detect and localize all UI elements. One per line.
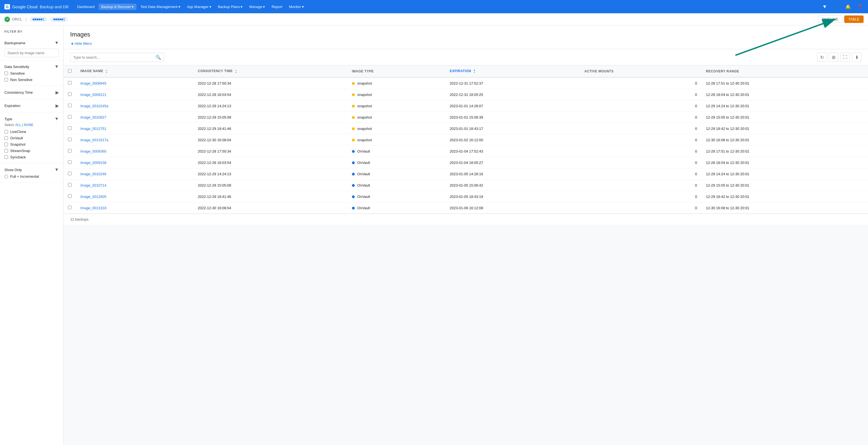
row-checkbox-cell xyxy=(64,202,76,214)
consistency-time-sort-icon[interactable]: ▲▼ xyxy=(235,69,237,74)
row-checkbox-7[interactable] xyxy=(68,160,71,164)
non-sensitive-option[interactable]: Non Sensitive xyxy=(4,77,59,83)
table-toggle-button[interactable]: TABLE xyxy=(844,16,864,23)
row-checkbox-0[interactable] xyxy=(68,81,71,85)
google-cloud-logo: G xyxy=(4,4,10,9)
image-name-header-label: IMAGE NAME xyxy=(81,69,103,73)
columns-button[interactable]: ⊞ xyxy=(829,53,838,62)
streamsnap-option[interactable]: StreamSnap xyxy=(4,148,59,154)
help-icon[interactable]: ❓ xyxy=(856,3,864,10)
notifications-icon[interactable]: 🔔 xyxy=(844,3,852,10)
syncback-checkbox[interactable] xyxy=(4,155,8,159)
row-image-name: Image_0008360 xyxy=(76,146,193,157)
images-table: IMAGE NAME ▲▼ CONSISTENCY TIME ▲▼ xyxy=(64,65,868,214)
nav-test-data[interactable]: Test Data Management ▾ xyxy=(137,4,183,10)
row-checkbox-11[interactable] xyxy=(68,206,71,209)
row-image-type-label: OnVault xyxy=(357,160,370,165)
show-only-header[interactable]: Show Only ▼ xyxy=(4,166,59,173)
org-logo: ✓ xyxy=(4,17,10,22)
row-checkbox-4[interactable] xyxy=(68,126,71,130)
nav-app-manager[interactable]: App Manager ▾ xyxy=(184,4,214,10)
non-sensitive-checkbox[interactable] xyxy=(4,78,8,82)
nav-report[interactable]: Report xyxy=(269,4,285,10)
row-checkbox-cell xyxy=(64,89,76,100)
select-all-column xyxy=(64,65,76,78)
row-active-mounts: 0 xyxy=(580,168,702,180)
type-dot-icon xyxy=(352,105,355,108)
onvault-option[interactable]: OnVault xyxy=(4,135,59,141)
user-icon[interactable]: 👤 xyxy=(832,2,840,11)
row-active-mounts: 0 xyxy=(580,100,702,112)
row-checkbox-3[interactable] xyxy=(68,115,71,119)
backupname-search-input[interactable] xyxy=(4,49,59,57)
table-row: Image_0013318 2022-12-30 16:08:04 OnVaul… xyxy=(64,202,868,214)
breadcrumb-left: ✓ ORCL | ■■■■■1 ■■■■■1 xyxy=(4,17,68,22)
table-row: Image_0012751 2022-12-29 18:41:46 snapsh… xyxy=(64,123,868,134)
row-image-name: Image_0010246 xyxy=(76,168,193,180)
type-dot-icon xyxy=(352,150,355,153)
fullscreen-button[interactable]: ⛶ xyxy=(840,53,850,62)
page-title: Images xyxy=(70,31,861,38)
row-active-mounts: 0 xyxy=(580,146,702,157)
snapshot-checkbox[interactable] xyxy=(4,143,8,146)
expiration-sort-icon[interactable]: ▲▼ xyxy=(473,69,475,74)
consistency-time-header[interactable]: Consistency Time ▶ xyxy=(4,89,59,96)
select-all-checkbox[interactable] xyxy=(68,69,71,73)
expiration-column-header: EXPIRATION ▲▼ xyxy=(445,65,580,78)
row-image-name: Image_0012751 xyxy=(76,123,193,134)
consistency-time-label: Consistency Time xyxy=(4,90,33,94)
expiration-label: Expiration xyxy=(4,103,21,108)
full-incremental-radio[interactable] xyxy=(4,175,8,178)
streamsnap-checkbox[interactable] xyxy=(4,149,8,153)
image-name-sort-icon[interactable]: ▲▼ xyxy=(105,69,108,74)
sensitive-option[interactable]: Sensitive xyxy=(4,70,59,77)
row-image-type: OnVault xyxy=(347,180,445,191)
table-search-input[interactable] xyxy=(73,55,153,59)
type-select-all[interactable]: ALL xyxy=(15,123,21,127)
liveclone-checkbox[interactable] xyxy=(4,130,8,134)
table-header-row: IMAGE NAME ▲▼ CONSISTENCY TIME ▲▼ xyxy=(64,65,868,78)
data-sensitivity-header[interactable]: Data Sensitivity ▼ xyxy=(4,63,59,70)
nav-backup-recover[interactable]: Backup & Recover ▾ xyxy=(99,4,137,10)
row-expiration: 2023-01-01 15:06:39 xyxy=(445,112,580,123)
syncback-option[interactable]: Syncback xyxy=(4,154,59,160)
row-checkbox-5[interactable] xyxy=(68,138,71,141)
row-image-name: Image_0010714 xyxy=(76,180,193,191)
liveclone-option[interactable]: LiveClone xyxy=(4,128,59,135)
onvault-label: OnVault xyxy=(10,136,23,140)
row-checkbox-9[interactable] xyxy=(68,183,71,186)
content-area: Images ◄ Hide filters 🔍 ↻ ⊞ ⛶ ⬇ xyxy=(64,25,868,445)
filter-icon[interactable]: ▼ xyxy=(821,3,828,11)
table-container: IMAGE NAME ▲▼ CONSISTENCY TIME ▲▼ xyxy=(64,65,868,225)
snapshot-option[interactable]: Snapshot xyxy=(4,141,59,148)
expiration-section: Expiration ▶ xyxy=(0,99,63,113)
sensitive-checkbox[interactable] xyxy=(4,71,8,75)
row-image-type: snapshot xyxy=(347,78,445,89)
top-nav: G Google Cloud Backup and DR Dashboard B… xyxy=(0,0,868,13)
timeline-toggle-button[interactable]: TIMELINE xyxy=(818,16,843,23)
hide-filters-button[interactable]: ◄ Hide filters xyxy=(70,41,92,46)
nav-manage[interactable]: Manage ▾ xyxy=(246,4,268,10)
type-select-none[interactable]: NONE xyxy=(24,123,33,127)
nav-dashboard[interactable]: Dashboard xyxy=(74,4,97,10)
row-recovery-range: 12-28 17:51 to 12-30 20:01 xyxy=(702,146,868,157)
nav-backup-plans[interactable]: Backup Plans ▾ xyxy=(215,4,246,10)
row-recovery-range: 12-29 14:24 to 12-30 20:01 xyxy=(702,100,868,112)
nav-monitor[interactable]: Monitor ▾ xyxy=(286,4,306,10)
full-incremental-option[interactable]: Full + Incremental xyxy=(4,173,59,180)
expiration-header[interactable]: Expiration ▶ xyxy=(4,102,59,110)
backupname-header[interactable]: Backupname ▼ xyxy=(4,39,59,47)
row-checkbox-2[interactable] xyxy=(68,103,71,107)
row-checkbox-6[interactable] xyxy=(68,149,71,153)
type-dot-icon xyxy=(352,127,355,130)
refresh-button[interactable]: ↻ xyxy=(817,53,827,62)
row-checkbox-1[interactable] xyxy=(68,92,71,96)
type-header[interactable]: Type ▼ xyxy=(4,115,59,122)
row-checkbox-10[interactable] xyxy=(68,194,71,198)
row-checkbox-8[interactable] xyxy=(68,172,71,175)
onvault-checkbox[interactable] xyxy=(4,136,8,140)
search-icon[interactable]: 🔍 xyxy=(156,55,161,60)
row-image-type: OnVault xyxy=(347,146,445,157)
row-image-type-label: snapshot xyxy=(357,104,372,108)
download-button[interactable]: ⬇ xyxy=(852,53,861,62)
